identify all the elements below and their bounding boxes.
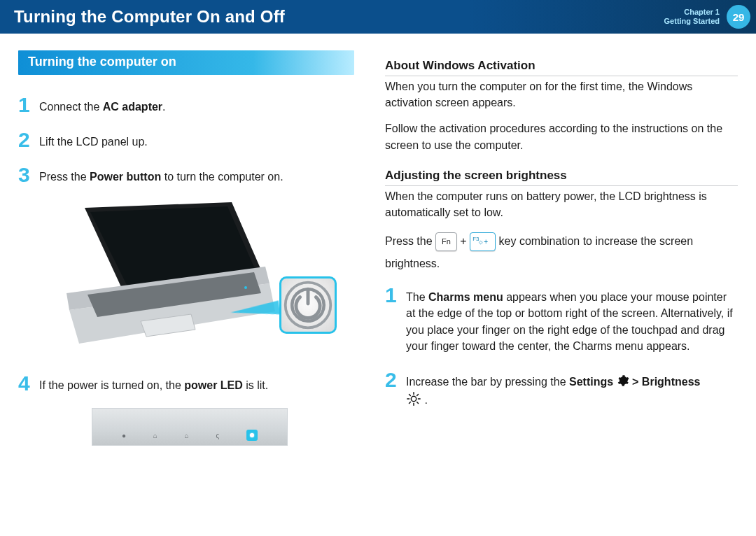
- page-title: Turning the Computer On and Off: [14, 7, 664, 27]
- step-number: 2: [385, 369, 399, 390]
- chapter-line2: Getting Started: [664, 17, 720, 26]
- text: brightness.: [385, 258, 440, 269]
- section-banner: Turning the computer on: [18, 50, 354, 75]
- power-led-icon: [246, 430, 258, 441]
- text-bold: Charms menu: [428, 291, 503, 303]
- text: Increase the bar by pressing the: [406, 376, 569, 388]
- step-1: 1 Connect the AC adapter.: [18, 94, 361, 115]
- text-bold: power LED: [184, 379, 243, 391]
- step-number: 1: [385, 285, 399, 306]
- page-header: Turning the Computer On and Off Chapter …: [0, 0, 756, 34]
- svg-point-9: [411, 396, 416, 401]
- header-right: Chapter 1 Getting Started 29: [664, 5, 750, 29]
- text: .: [162, 101, 165, 113]
- step-number: 1: [18, 94, 32, 115]
- text-bold: AC adapter: [103, 101, 162, 113]
- step-3: 3 Press the Power button to turn the com…: [18, 164, 361, 185]
- text: Press the: [385, 235, 435, 247]
- power-led-illustration: ● ⌂ ⌂ ς: [92, 408, 288, 446]
- text: is lit.: [243, 379, 268, 391]
- step-number: 3: [18, 164, 32, 185]
- key-combo-paragraph: Press the Fn + F3 ☼+ key combination to …: [385, 230, 738, 275]
- text: The: [406, 291, 428, 303]
- step-number: 2: [18, 129, 32, 150]
- laptop-illustration: [43, 199, 337, 360]
- step-4: 4 If the power is turned on, the power L…: [18, 373, 361, 394]
- paragraph: Follow the activation procedures accordi…: [385, 120, 738, 153]
- brightness-icon: [406, 391, 421, 411]
- text: >: [632, 376, 642, 388]
- gear-icon: [617, 374, 629, 391]
- fn-key-icon: Fn: [435, 232, 457, 251]
- text-bold: Brightness: [642, 376, 701, 388]
- lock-icon: ⌂: [153, 432, 158, 439]
- svg-line-15: [417, 402, 419, 403]
- text: to turn the computer on.: [161, 171, 283, 183]
- chapter-label: Chapter 1 Getting Started: [664, 8, 720, 26]
- text: key combination to increase the screen: [499, 235, 693, 247]
- step-number: 4: [18, 373, 32, 394]
- svg-line-17: [417, 394, 419, 395]
- text-bold: Power button: [90, 171, 161, 183]
- step-text: Press the Power button to turn the compu…: [39, 164, 284, 185]
- power-icon: [281, 278, 335, 332]
- page-number-badge: 29: [727, 5, 750, 29]
- step-text: The Charms menu appears when you place y…: [406, 285, 738, 354]
- step-text: Increase the bar by pressing the Setting…: [406, 369, 700, 411]
- brightness-steps: 1 The Charms menu appears when you place…: [385, 285, 738, 411]
- page-body: Turning the computer on 1 Connect the AC…: [0, 34, 756, 446]
- svg-line-14: [409, 394, 410, 395]
- right-column: About Windows Activation When you turn t…: [378, 50, 756, 446]
- subheading-brightness: Adjusting the screen brightness: [385, 169, 738, 186]
- text: Connect the: [39, 101, 103, 113]
- paragraph: When the computer runs on battery power,…: [385, 188, 738, 220]
- brightness-step-1: 1 The Charms menu appears when you place…: [385, 285, 738, 354]
- step-text: Connect the AC adapter.: [39, 94, 166, 115]
- step-2: 2 Lift the LCD panel up.: [18, 129, 361, 150]
- power-button-callout: [279, 276, 337, 334]
- text-bold: Settings: [569, 376, 613, 388]
- paragraph: When you turn the computer on for the fi…: [385, 78, 738, 111]
- indicator-icon: ●: [122, 432, 126, 439]
- wifi-icon: ς: [216, 432, 219, 439]
- key-label: F3: [472, 234, 479, 245]
- text: .: [424, 394, 427, 406]
- svg-point-6: [244, 286, 247, 289]
- svg-line-16: [409, 402, 410, 403]
- text: Press the: [39, 171, 90, 183]
- step-text: Lift the LCD panel up.: [39, 129, 148, 150]
- chapter-line1: Chapter 1: [664, 8, 720, 17]
- led-row: ● ⌂ ⌂ ς: [122, 430, 258, 441]
- text: If the power is turned on, the: [39, 379, 184, 391]
- subheading-activation: About Windows Activation: [385, 59, 738, 76]
- step-text: If the power is turned on, the power LED…: [39, 373, 268, 393]
- lock-icon: ⌂: [185, 432, 189, 439]
- text: +: [460, 235, 470, 247]
- left-column: Turning the computer on 1 Connect the AC…: [0, 50, 378, 446]
- brightness-step-2: 2 Increase the bar by pressing the Setti…: [385, 369, 738, 411]
- f3-brightness-key-icon: F3 ☼+: [470, 232, 496, 251]
